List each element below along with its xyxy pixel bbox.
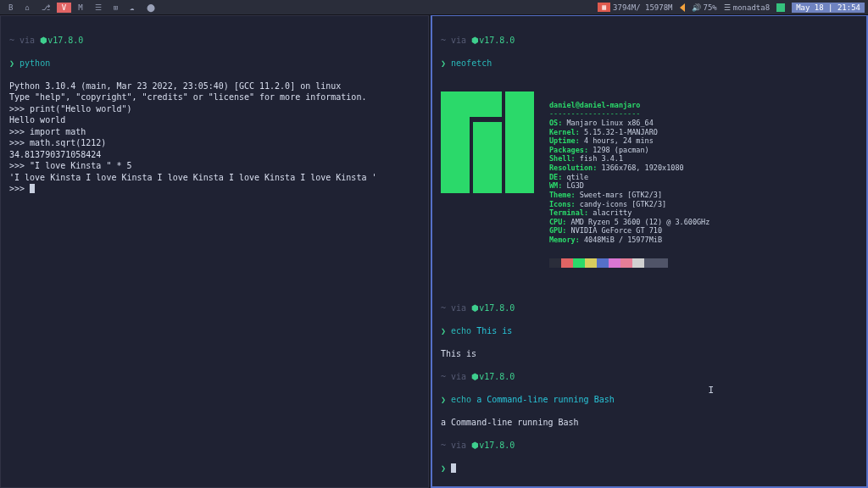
- separator-icon: [680, 3, 685, 12]
- clock-widget[interactable]: May 18 | 21:54: [792, 3, 865, 13]
- command-arg: a Command-line running Bash: [476, 395, 615, 404]
- session-widget: ☰ monadta8: [724, 3, 770, 12]
- neofetch-output: daniel@daniel-manjaro ------------------…: [441, 92, 858, 286]
- node-icon: ⬢: [40, 36, 47, 45]
- active-prompt[interactable]: ❯: [441, 463, 451, 473]
- repl-output: >>> math.sqrt(1212): [9, 138, 106, 147]
- palette-swatch: [561, 258, 573, 268]
- palette-swatch: [549, 258, 561, 268]
- cursor-icon: [451, 463, 456, 473]
- palette-swatch: [644, 258, 656, 268]
- palette-swatch: [585, 258, 597, 268]
- cursor-icon: [30, 184, 35, 193]
- node-version: v17.8.0: [47, 36, 83, 45]
- text-cursor-icon: I: [708, 385, 714, 397]
- memory-icon: ▦: [598, 3, 610, 12]
- palette-swatch: [656, 258, 668, 268]
- command-arg: This is: [476, 326, 512, 336]
- neofetch-divider: ---------------------: [549, 109, 640, 118]
- node-version: v17.8.0: [479, 36, 515, 45]
- repl-output: >>> print("Hello world"): [9, 104, 132, 114]
- terminal-left[interactable]: ~ via ⬢v17.8.0 ❯ python Python 3.10.4 (m…: [0, 15, 429, 488]
- manjaro-ascii-logo: [441, 92, 534, 193]
- palette-swatch: [597, 258, 609, 268]
- palette-swatch: [632, 258, 644, 268]
- memory-value: 3794M/ 15978M: [613, 3, 672, 12]
- repl-output: >>> import math: [9, 127, 86, 136]
- repl-output: Hello world: [9, 115, 65, 125]
- workspace-7[interactable]: ⊞: [108, 3, 123, 13]
- memory-widget: ▦ 3794M/ 15978M: [598, 3, 672, 12]
- neofetch-host: daniel@daniel-manjaro: [549, 101, 640, 109]
- workspace-switcher[interactable]: B ⌂ ⎇ V M ☰ ⊞ ☁ ⬤: [3, 3, 160, 13]
- palette-swatch: [620, 258, 632, 268]
- command-output: a Command-line running Bash: [441, 418, 579, 427]
- repl-output: Type "help", "copyright", "credits" or "…: [9, 92, 366, 102]
- prompt-path: ~ via: [9, 36, 40, 45]
- command-input: echo: [451, 395, 471, 404]
- manjaro-icon[interactable]: [776, 3, 785, 12]
- top-status-bar: B ⌂ ⎇ V M ☰ ⊞ ☁ ⬤ ▦ 3794M/ 15978M 🔊 75% …: [0, 0, 868, 15]
- workspace-5[interactable]: M: [73, 3, 87, 13]
- tiling-content: ~ via ⬢v17.8.0 ❯ python Python 3.10.4 (m…: [0, 15, 868, 488]
- repl-prompt[interactable]: >>>: [9, 184, 30, 193]
- command-input: python: [19, 58, 50, 68]
- workspace-2[interactable]: ⌂: [19, 3, 34, 13]
- user-icon: ☰: [724, 3, 731, 12]
- volume-value: 75%: [704, 3, 717, 12]
- session-label: monadta8: [733, 3, 770, 12]
- repl-output: Python 3.10.4 (main, Mar 23 2022, 23:05:…: [9, 81, 341, 91]
- palette-swatch: [609, 258, 620, 268]
- command-output: This is: [441, 349, 476, 358]
- prompt-char: ❯: [9, 58, 19, 68]
- workspace-1[interactable]: B: [3, 3, 18, 13]
- workspace-8[interactable]: ☁: [125, 3, 139, 13]
- terminal-right-focused[interactable]: ~ via ⬢v17.8.0 ❯ neofetch daniel@daniel-…: [431, 15, 868, 488]
- workspace-4-active[interactable]: V: [57, 3, 71, 13]
- command-input: echo: [451, 326, 471, 336]
- node-icon: ⬢: [471, 36, 479, 45]
- color-palette: [549, 258, 709, 268]
- repl-output: >>> "I love Kinsta " * 5: [9, 161, 132, 170]
- neofetch-info: daniel@daniel-manjaro ------------------…: [549, 92, 709, 286]
- repl-output: 34.813790371058424: [9, 150, 101, 159]
- command-input: neofetch: [451, 58, 492, 68]
- palette-swatch: [573, 258, 585, 268]
- volume-widget[interactable]: 🔊 75%: [692, 3, 717, 12]
- prompt-char: ❯: [441, 58, 451, 68]
- prompt-path: ~ via: [441, 36, 471, 45]
- workspace-9[interactable]: ⬤: [142, 3, 160, 13]
- repl-output: 'I love Kinsta I love Kinsta I love Kins…: [9, 173, 376, 182]
- volume-icon: 🔊: [692, 3, 701, 12]
- workspace-6[interactable]: ☰: [90, 3, 107, 13]
- workspace-3[interactable]: ⎇: [36, 3, 55, 13]
